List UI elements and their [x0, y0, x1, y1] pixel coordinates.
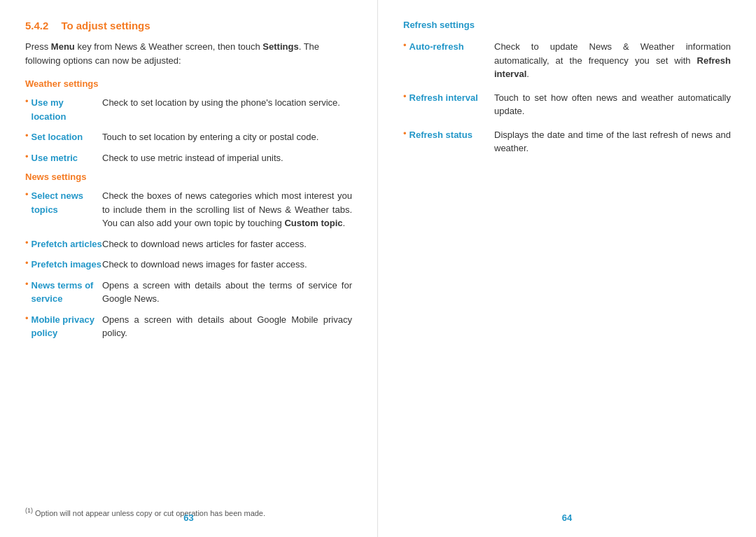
- bullet-select-topics: •: [25, 189, 29, 200]
- section-number: 5.4.2: [25, 20, 48, 32]
- news-item-mobile-privacy: • Mobile privacypolicy Opens a screen wi…: [25, 313, 352, 340]
- term-col-set-location: • Set location: [25, 130, 102, 144]
- term-col-mobile-privacy: • Mobile privacypolicy: [25, 313, 102, 340]
- term-terms-of-service: News terms ofservice: [31, 279, 102, 306]
- section-title: To adjust settings: [61, 20, 150, 32]
- refresh-interval-bold: Refresh interval: [494, 55, 731, 80]
- term-use-my-location: Use mylocation: [31, 96, 102, 123]
- term-col-use-my-location: • Use mylocation: [25, 96, 102, 123]
- bullet-refresh-interval: •: [403, 91, 407, 102]
- news-item-prefetch-images: • Prefetch images Check to download news…: [25, 258, 352, 272]
- desc-refresh-interval: Touch to set how often news and weather …: [494, 91, 731, 118]
- bullet-prefetch-articles: •: [25, 237, 29, 248]
- refresh-item-status: • Refresh status Displays the date and t…: [403, 128, 731, 155]
- weather-item-set-location: • Set location Touch to set location by …: [25, 130, 352, 144]
- news-item-select-topics: • Select newstopics Check the boxes of n…: [25, 189, 352, 230]
- term-select-topics: Select newstopics: [31, 189, 102, 216]
- term-col-refresh-status: • Refresh status: [403, 128, 494, 142]
- refresh-settings-title: Refresh settings: [403, 20, 731, 30]
- bullet-use-metric: •: [25, 151, 29, 162]
- bullet-prefetch-images: •: [25, 258, 29, 268]
- desc-terms-of-service: Opens a screen with details about the te…: [102, 279, 352, 306]
- desc-mobile-privacy: Opens a screen with details about Google…: [102, 313, 352, 340]
- term-refresh-interval: Refresh interval: [410, 91, 486, 105]
- term-mobile-privacy: Mobile privacypolicy: [31, 313, 102, 340]
- footnote-text: Option will not appear unless copy or cu…: [35, 509, 265, 517]
- news-item-prefetch-articles: • Prefetch articles Check to download ne…: [25, 237, 352, 251]
- term-col-auto-refresh: • Auto-refresh: [403, 40, 494, 54]
- bullet-terms-of-service: •: [25, 279, 29, 289]
- desc-use-metric: Check to use metric instead of imperial …: [102, 151, 352, 165]
- bullet-use-my-location: •: [25, 96, 29, 106]
- news-settings-section: News settings • Select newstopics Check …: [25, 172, 352, 340]
- menu-bold: Menu: [51, 41, 75, 52]
- weather-item-use-metric: • Use metric Check to use metric instead…: [25, 151, 352, 165]
- left-page-number: 63: [183, 512, 193, 523]
- refresh-item-interval: • Refresh interval Touch to set how ofte…: [403, 91, 731, 118]
- term-prefetch-articles: Prefetch articles: [31, 237, 102, 251]
- term-col-use-metric: • Use metric: [25, 151, 102, 165]
- term-auto-refresh: Auto-refresh: [410, 40, 486, 54]
- term-col-prefetch-articles: • Prefetch articles: [25, 237, 102, 251]
- weather-item-use-my-location: • Use mylocation Check to set location b…: [25, 96, 352, 123]
- desc-set-location: Touch to set location by entering a city…: [102, 130, 352, 144]
- page-container: 5.4.2 To adjust settings Press Menu key …: [0, 0, 756, 537]
- bullet-auto-refresh: •: [403, 40, 407, 50]
- term-prefetch-images: Prefetch images: [31, 258, 102, 272]
- term-use-metric: Use metric: [31, 151, 102, 165]
- term-col-terms-of-service: • News terms ofservice: [25, 279, 102, 306]
- desc-use-my-location: Check to set location by using the phone…: [102, 96, 352, 110]
- news-item-terms-of-service: • News terms ofservice Opens a screen wi…: [25, 279, 352, 306]
- right-page: Refresh settings • Auto-refresh Check to…: [378, 0, 756, 537]
- refresh-item-auto-refresh: • Auto-refresh Check to update News & We…: [403, 40, 731, 81]
- intro-paragraph: Press Menu key from News & Weather scree…: [25, 40, 352, 67]
- footnote-superscript: (1): [25, 507, 33, 514]
- term-set-location: Set location: [31, 130, 102, 144]
- desc-select-topics: Check the boxes of news categories which…: [102, 189, 352, 230]
- desc-auto-refresh: Check to update News & Weather informati…: [494, 40, 731, 81]
- term-col-prefetch-images: • Prefetch images: [25, 258, 102, 272]
- left-page: 5.4.2 To adjust settings Press Menu key …: [0, 0, 378, 537]
- term-refresh-status: Refresh status: [410, 128, 486, 142]
- weather-settings-title: Weather settings: [25, 78, 352, 89]
- footnote: (1) Option will not appear unless copy o…: [25, 507, 265, 517]
- desc-prefetch-images: Check to download news images for faster…: [102, 258, 352, 272]
- desc-refresh-status: Displays the date and time of the last r…: [494, 128, 731, 155]
- bullet-refresh-status: •: [403, 128, 407, 139]
- term-col-refresh-interval: • Refresh interval: [403, 91, 494, 105]
- right-page-number: 64: [562, 512, 572, 523]
- custom-topic-bold: Custom topic: [284, 218, 342, 228]
- news-settings-title: News settings: [25, 172, 352, 182]
- bullet-set-location: •: [25, 130, 29, 141]
- weather-settings-section: Weather settings • Use mylocation Check …: [25, 78, 352, 165]
- desc-prefetch-articles: Check to download news articles for fast…: [102, 237, 352, 251]
- settings-bold: Settings: [262, 41, 298, 52]
- bullet-mobile-privacy: •: [25, 313, 29, 323]
- term-col-select-topics: • Select newstopics: [25, 189, 102, 216]
